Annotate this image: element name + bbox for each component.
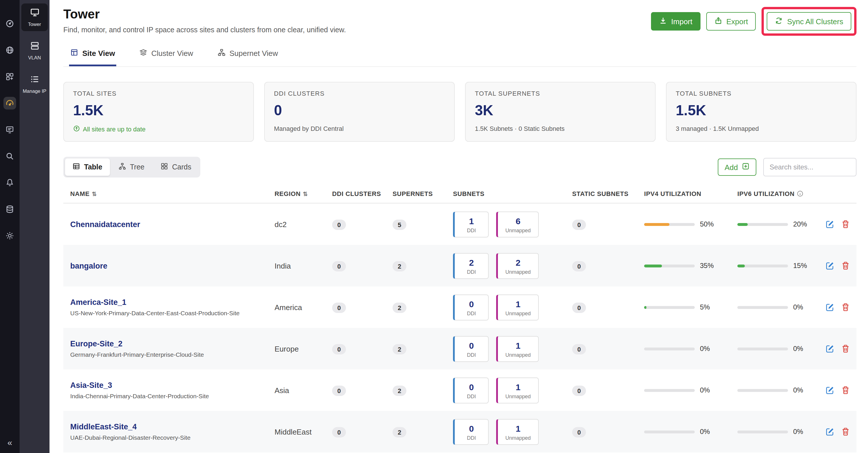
reports-icon[interactable] [3, 123, 16, 136]
ddi-subnets-box[interactable]: 1 DDI [453, 211, 489, 237]
stat-label: DDI CLUSTERS [274, 90, 445, 97]
ipv6-progress-track [737, 430, 788, 433]
ddi-subnets-box[interactable]: 0 DDI [453, 336, 489, 362]
unmapped-subnets-label: Unmapped [498, 435, 538, 441]
tab-cluster-view[interactable]: Cluster View [138, 45, 194, 66]
unmapped-subnets-box[interactable]: 2 Unmapped [496, 253, 539, 279]
export-button[interactable]: Export [706, 12, 756, 31]
static-subnets-badge: 0 [572, 302, 586, 313]
unmapped-subnets-box[interactable]: 1 Unmapped [496, 377, 539, 403]
ipv4-percent: 35% [700, 262, 714, 270]
audit-search-icon[interactable] [3, 150, 16, 163]
edit-site-button[interactable] [825, 385, 835, 395]
ipv4-utilization-cell: 50% [644, 220, 737, 228]
tree-icon [118, 163, 126, 172]
delete-site-button[interactable] [840, 427, 850, 436]
ipv6-bar-fill [737, 264, 745, 267]
info-icon[interactable] [797, 190, 804, 197]
sort-icon[interactable]: ⇅ [303, 191, 308, 197]
ddi-subnets-box[interactable]: 2 DDI [453, 253, 489, 279]
add-site-button[interactable]: Add [718, 159, 756, 176]
sort-icon[interactable]: ⇅ [92, 191, 97, 197]
table-row: Asia-Site_3 India-Chennai-Primary-Data-C… [63, 369, 857, 411]
ddi-subnets-box[interactable]: 0 DDI [453, 294, 489, 320]
site-name-link[interactable]: America-Site_1 [70, 298, 275, 307]
supernets-badge: 5 [393, 219, 406, 230]
import-button[interactable]: Import [651, 12, 701, 31]
delete-site-button[interactable] [840, 261, 850, 271]
ipv4-progress-track [644, 430, 695, 433]
ipv6-progress-track [737, 389, 788, 392]
ipv4-percent: 5% [700, 303, 710, 311]
delete-site-button[interactable] [840, 302, 850, 312]
stat-subtext: Managed by DDI Central [274, 125, 344, 132]
settings-gear-icon[interactable] [3, 229, 16, 242]
ipv4-utilization-cell: 35% [644, 262, 737, 270]
unmapped-subnets-box[interactable]: 1 Unmapped [496, 336, 539, 362]
tab-site-view[interactable]: Site View [69, 45, 116, 66]
sync-all-clusters-button[interactable]: Sync All Clusters [767, 12, 851, 31]
supernets-badge: 2 [393, 385, 406, 396]
ipam-gauge-icon[interactable] [3, 97, 16, 110]
nav-item-label: Tower [28, 22, 41, 28]
delete-site-button[interactable] [840, 344, 850, 353]
ddi-subnets-box[interactable]: 0 DDI [453, 377, 489, 403]
ipv4-utilization-cell: 0% [644, 386, 737, 394]
collapse-sidebar-chevron[interactable]: « [7, 437, 12, 447]
ddi-clusters-badge: 0 [332, 219, 346, 230]
supernets-badge: 2 [393, 302, 406, 313]
region-cell: Asia [275, 386, 332, 395]
nav-item-manage-ip[interactable]: Manage IP [21, 70, 48, 98]
edit-site-button[interactable] [825, 344, 835, 353]
table-body: Chennaidatacenter dc2 0 5 1 DDI 6 Unmapp… [63, 203, 857, 452]
unmapped-subnets-label: Unmapped [498, 393, 538, 399]
col-header-region[interactable]: REGION⇅ [275, 190, 332, 197]
notifications-bell-icon[interactable] [3, 176, 16, 189]
ipv4-percent: 0% [700, 428, 710, 436]
site-name-link[interactable]: Europe-Site_2 [70, 339, 275, 348]
table-header-row: NAME⇅ REGION⇅ DDI CLUSTERS SUPERNETS SUB… [63, 187, 857, 203]
ddi-subnets-box[interactable]: 0 DDI [453, 419, 489, 445]
ipv6-percent: 20% [793, 220, 807, 228]
edit-site-button[interactable] [825, 219, 835, 229]
tab-supernet-view[interactable]: Supernet View [216, 45, 279, 66]
ddi-subnets-label: DDI [455, 435, 488, 441]
supernets-badge: 2 [393, 427, 406, 437]
apps-grid-icon[interactable] [3, 70, 16, 83]
delete-site-button[interactable] [840, 219, 850, 229]
ipv4-bar-fill [644, 306, 647, 309]
dashboard-icon[interactable] [3, 17, 16, 30]
view-toggle-cards[interactable]: Cards [153, 159, 199, 176]
delete-site-button[interactable] [840, 385, 850, 395]
storage-layers-icon[interactable] [3, 203, 16, 216]
site-name-link[interactable]: Chennaidatacenter [70, 220, 275, 228]
edit-site-button[interactable] [825, 302, 835, 312]
site-name-link[interactable]: bangalore [70, 261, 275, 270]
stat-card-total-supernets: TOTAL SUPERNETS 3K 1.5K Subnets · 0 Stat… [465, 82, 656, 142]
view-toggle-table[interactable]: Table [65, 159, 110, 176]
edit-site-button[interactable] [825, 261, 835, 271]
stat-value: 0 [274, 102, 445, 119]
unmapped-subnets-box[interactable]: 1 Unmapped [496, 294, 539, 320]
col-header-name[interactable]: NAME⇅ [70, 190, 275, 197]
stat-label: TOTAL SUBNETS [676, 90, 847, 97]
nav-item-vlan[interactable]: VLAN [21, 37, 48, 64]
globe-icon[interactable] [3, 44, 16, 56]
unmapped-subnets-box[interactable]: 6 Unmapped [496, 211, 539, 237]
nav-item-tower[interactable]: Tower [21, 3, 48, 31]
site-name-link[interactable]: Asia-Site_3 [70, 381, 275, 390]
unmapped-subnets-box[interactable]: 1 Unmapped [496, 419, 539, 445]
ipv6-utilization-cell: 0% [737, 428, 825, 436]
search-sites-input[interactable] [763, 158, 857, 176]
ipv4-progress-track [644, 264, 695, 267]
static-subnets-badge: 0 [572, 344, 586, 354]
site-description: India-Chennai-Primary-Data-Center-Produc… [70, 393, 275, 399]
ipv6-utilization-cell: 0% [737, 345, 825, 353]
unmapped-subnets-label: Unmapped [498, 269, 538, 275]
unmapped-subnets-label: Unmapped [498, 310, 538, 316]
view-toggle-tree[interactable]: Tree [111, 159, 152, 176]
edit-site-button[interactable] [825, 427, 835, 436]
export-icon [714, 17, 722, 26]
site-name-link[interactable]: MiddleEast-Site_4 [70, 422, 275, 431]
view-mode-toggle: Table Tree Cards [63, 157, 200, 177]
